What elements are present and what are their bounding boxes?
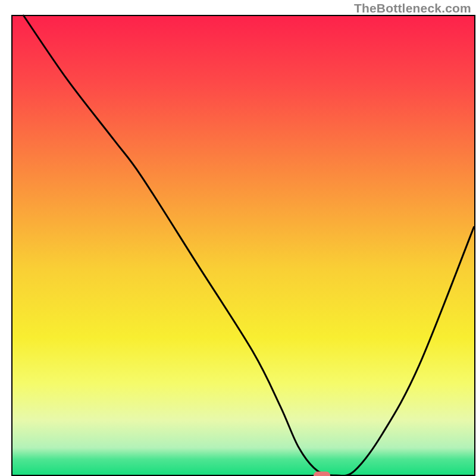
chart-container: { "attribution": "TheBottleneck.com", "c… — [0, 0, 476, 476]
gradient-background — [12, 15, 475, 475]
bottleneck-chart — [0, 0, 476, 476]
attribution-text: TheBottleneck.com — [354, 1, 471, 15]
optimal-marker — [314, 472, 330, 477]
